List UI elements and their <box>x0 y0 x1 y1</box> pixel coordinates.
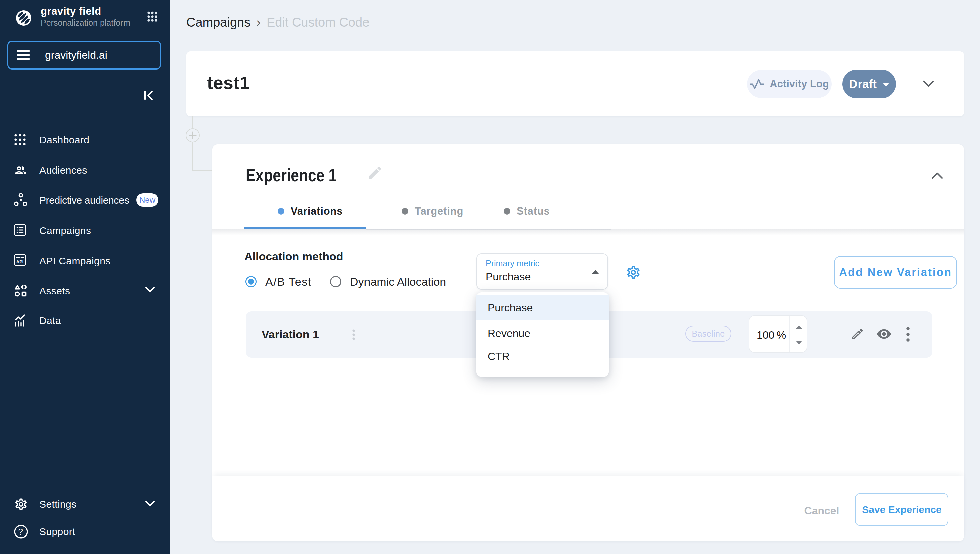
svg-text:API: API <box>16 259 24 264</box>
svg-text:?: ? <box>18 527 23 536</box>
